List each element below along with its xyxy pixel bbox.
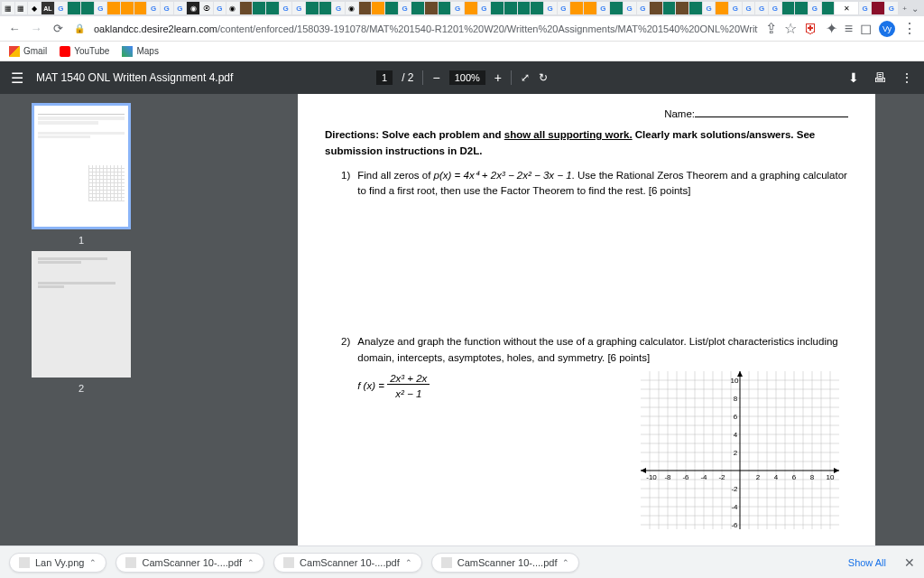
download-item[interactable]: CamScanner 10-....pdf⌃ — [273, 553, 422, 573]
tab-google[interactable]: G — [95, 2, 107, 14]
tab-google[interactable]: G — [174, 2, 187, 14]
tab-google[interactable]: G — [161, 2, 173, 14]
show-all-button[interactable]: Show All — [848, 557, 886, 568]
reading-list-icon[interactable]: ≡ — [845, 21, 853, 37]
tab-icon[interactable] — [584, 2, 596, 14]
pdf-menu-icon[interactable]: ☰ — [11, 70, 23, 87]
fit-page-icon[interactable]: ⤢ — [521, 71, 530, 84]
tab-google[interactable]: G — [885, 2, 898, 14]
tab-icon[interactable] — [531, 2, 543, 14]
thumbnail-page-1[interactable] — [32, 103, 131, 229]
tab-active[interactable]: ✕ — [835, 2, 857, 14]
tab-icon[interactable] — [610, 2, 623, 14]
profile-avatar[interactable]: Vy — [879, 21, 895, 37]
panel-icon[interactable]: ◻ — [860, 20, 872, 37]
tab-google[interactable]: G — [332, 2, 345, 14]
download-item[interactable]: CamScanner 10-....pdf⌃ — [116, 553, 264, 573]
close-downloads-button[interactable]: ✕ — [904, 555, 915, 570]
reload-button[interactable]: ⟳ — [51, 22, 65, 36]
chevron-up-icon[interactable]: ⌃ — [247, 558, 254, 567]
zoom-out-button[interactable]: − — [432, 70, 439, 85]
bookmark-youtube[interactable]: YouTube — [60, 46, 109, 57]
tab-google[interactable]: G — [769, 2, 781, 14]
tab-google[interactable]: G — [558, 2, 570, 14]
thumbnail-page-2[interactable] — [32, 251, 131, 378]
tab-icon[interactable]: ▦ — [2, 2, 14, 14]
tab-overflow-icon[interactable]: ⌄ — [911, 4, 922, 14]
tab-icon[interactable] — [134, 2, 147, 14]
tab-icon[interactable] — [240, 2, 253, 14]
tab-icon[interactable] — [782, 2, 795, 14]
tab-icon[interactable] — [663, 2, 676, 14]
back-button[interactable]: ← — [7, 22, 22, 36]
tab-icon[interactable] — [689, 2, 702, 14]
tab-icon[interactable] — [372, 2, 384, 14]
tab-al[interactable]: AL — [42, 2, 54, 14]
print-icon[interactable]: 🖶 — [873, 70, 886, 85]
shield-icon[interactable]: ⛨ — [804, 21, 818, 37]
extensions-icon[interactable]: ✦ — [826, 20, 837, 37]
download-item[interactable]: CamScanner 10-....pdf⌃ — [431, 553, 580, 573]
tab-icon[interactable]: ◉ — [187, 2, 199, 14]
tab-icon[interactable] — [266, 2, 279, 14]
url-field[interactable]: oaklandcc.desire2learn.com/content/enfor… — [94, 23, 758, 34]
share-icon[interactable]: ⇪ — [765, 20, 777, 37]
tab-icon[interactable] — [795, 2, 808, 14]
tab-google[interactable]: G — [743, 2, 755, 14]
chevron-up-icon[interactable]: ⌃ — [562, 558, 569, 567]
tab-google[interactable]: G — [703, 2, 716, 14]
tab-icon[interactable] — [385, 2, 398, 14]
bookmark-gmail[interactable]: Gmail — [9, 46, 47, 57]
chevron-up-icon[interactable]: ⌃ — [89, 558, 97, 567]
browser-menu-icon[interactable]: ⋮ — [902, 20, 917, 37]
tab-icon[interactable] — [491, 2, 504, 14]
download-item[interactable]: Lan Vy.png⌃ — [9, 553, 106, 573]
tab-icon[interactable]: ◉ — [346, 2, 358, 14]
tab-google[interactable]: G — [292, 2, 305, 14]
tab-icon[interactable] — [411, 2, 424, 14]
tab-icon[interactable] — [253, 2, 265, 14]
tab-icon[interactable] — [465, 2, 477, 14]
tab-icon[interactable] — [425, 2, 438, 14]
lock-icon[interactable]: 🔒 — [72, 22, 87, 36]
tab-google[interactable]: G — [637, 2, 650, 14]
tab-google[interactable]: G — [544, 2, 557, 14]
tab-google[interactable]: G — [624, 2, 636, 14]
tab-google[interactable]: G — [729, 2, 742, 14]
tab-google[interactable]: G — [214, 2, 226, 14]
tab-icon[interactable]: ⦿ — [200, 2, 213, 14]
star-icon[interactable]: ☆ — [784, 20, 797, 37]
tab-icon[interactable] — [872, 2, 884, 14]
tab-google[interactable]: G — [399, 2, 411, 14]
tab-icon[interactable] — [716, 2, 728, 14]
tab-icon[interactable] — [81, 2, 94, 14]
tab-icon[interactable] — [504, 2, 517, 14]
tab-icon[interactable] — [570, 2, 583, 14]
tab-google[interactable]: G — [147, 2, 160, 14]
tab-icon[interactable] — [518, 2, 531, 14]
download-icon[interactable]: ⬇ — [848, 70, 859, 85]
zoom-level[interactable]: 100% — [449, 70, 485, 85]
tab-google[interactable]: G — [478, 2, 491, 14]
tab-icon[interactable] — [359, 2, 372, 14]
pdf-more-icon[interactable]: ⋮ — [901, 70, 913, 85]
forward-button[interactable]: → — [29, 22, 43, 36]
bookmark-maps[interactable]: Maps — [122, 46, 158, 57]
tab-icon[interactable] — [306, 2, 319, 14]
tab-icon[interactable] — [319, 2, 332, 14]
tab-icon[interactable]: ◆ — [28, 2, 41, 14]
tab-google[interactable]: G — [280, 2, 292, 14]
tab-google[interactable]: G — [451, 2, 464, 14]
page-current[interactable]: 1 — [376, 70, 393, 85]
tab-icon[interactable] — [650, 2, 662, 14]
tab-icon[interactable] — [121, 2, 134, 14]
tab-icon[interactable]: ◉ — [226, 2, 239, 14]
tab-google[interactable]: G — [808, 2, 821, 14]
tab-google[interactable]: G — [755, 2, 768, 14]
tab-google[interactable]: G — [597, 2, 610, 14]
tab-icon[interactable] — [676, 2, 688, 14]
chevron-up-icon[interactable]: ⌃ — [405, 558, 412, 567]
tab-icon[interactable] — [822, 2, 835, 14]
new-tab-button[interactable]: + — [899, 2, 911, 14]
zoom-in-button[interactable]: + — [494, 70, 502, 85]
